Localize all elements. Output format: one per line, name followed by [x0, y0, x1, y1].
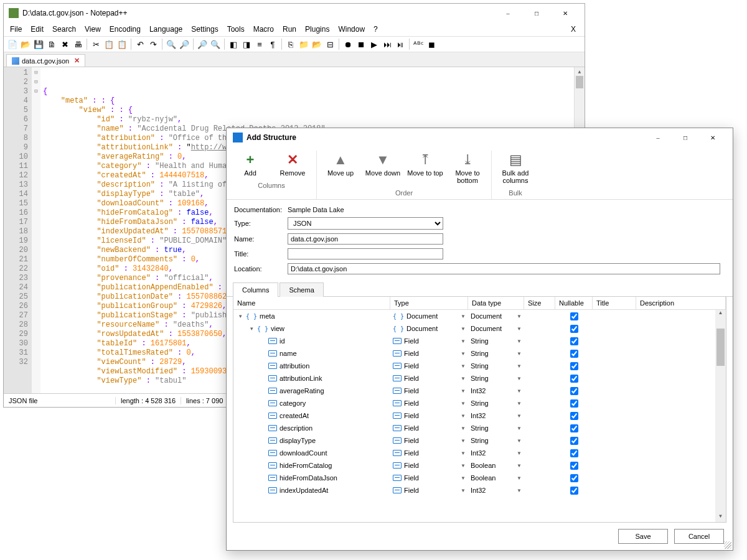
grid-row[interactable]: ▾{ }meta{ }Document▼Document▼	[233, 310, 726, 322]
toolbar-button[interactable]: ✖	[59, 38, 71, 50]
chevron-down-icon[interactable]: ▼	[461, 351, 466, 357]
grid-scrollbar[interactable]: ▲ ▼	[715, 310, 726, 522]
dialog-titlebar[interactable]: Add Structure – □ ✕	[227, 128, 733, 147]
chevron-down-icon[interactable]: ▼	[461, 314, 466, 319]
chevron-down-icon[interactable]: ▼	[517, 326, 522, 332]
resize-grip-icon[interactable]	[724, 541, 731, 549]
tab-close-icon[interactable]: ✕	[74, 57, 80, 65]
toolbar-button[interactable]: ⊟	[324, 38, 336, 50]
nullable-checkbox[interactable]	[570, 325, 578, 333]
toolbar-button[interactable]: ◨	[240, 38, 253, 50]
dialog-minimize-button[interactable]: –	[644, 128, 672, 147]
document-tab[interactable]: data.ct.gov.json ✕	[6, 54, 85, 67]
bulk-add-columns-button[interactable]: ▤Bulk add columns	[497, 151, 534, 185]
chevron-down-icon[interactable]: ▼	[517, 413, 522, 419]
toolbar-button[interactable]: ↷	[147, 38, 159, 50]
grid-row[interactable]: indexUpdatedAtField▼Int32▼	[233, 484, 726, 497]
move-down-button[interactable]: ▼Move down	[364, 151, 402, 185]
menu-plugins[interactable]: Plugins	[301, 24, 333, 35]
menu-language[interactable]: Language	[146, 24, 186, 35]
grid-row[interactable]: displayTypeField▼String▼	[233, 434, 726, 447]
move-up-button[interactable]: ▲Move up	[322, 151, 359, 185]
move-to-bottom-button[interactable]: ⤓Move to bottom	[449, 151, 486, 185]
chevron-down-icon[interactable]: ▼	[517, 388, 522, 394]
close-button[interactable]: ✕	[551, 4, 580, 22]
header-type[interactable]: Type	[390, 297, 468, 309]
chevron-down-icon[interactable]: ▼	[461, 388, 466, 394]
scroll-up-arrow-icon[interactable]: ▲	[575, 67, 585, 76]
chevron-down-icon[interactable]: ▼	[517, 351, 522, 357]
grid-row[interactable]: hideFromCatalogField▼Boolean▼	[233, 459, 726, 472]
add-button[interactable]: + Add	[232, 151, 269, 178]
chevron-down-icon[interactable]: ▼	[517, 426, 522, 431]
maximize-button[interactable]: □	[522, 4, 551, 22]
menu-macro[interactable]: Macro	[250, 24, 278, 35]
dialog-maximize-button[interactable]: □	[672, 128, 699, 147]
tab-schema[interactable]: Schema	[280, 282, 323, 297]
nullable-checkbox[interactable]	[570, 350, 578, 358]
toolbar-button[interactable]: ≡	[253, 38, 266, 50]
cancel-button[interactable]: Cancel	[674, 529, 724, 544]
nullable-checkbox[interactable]	[570, 412, 578, 420]
toolbar-button[interactable]: 🔎	[178, 38, 190, 50]
chevron-down-icon[interactable]: ▼	[461, 463, 466, 469]
menu-tools[interactable]: Tools	[223, 24, 248, 35]
toolbar-button[interactable]: ◧	[227, 38, 240, 50]
chevron-down-icon[interactable]: ▼	[517, 376, 522, 381]
chevron-down-icon[interactable]: ▼	[461, 363, 466, 369]
toolbar-button[interactable]: 🗎	[45, 38, 58, 50]
nullable-checkbox[interactable]	[570, 437, 578, 445]
chevron-down-icon[interactable]: ▼	[461, 450, 466, 456]
toolbar-button[interactable]: ↶	[134, 38, 146, 50]
menu-run[interactable]: Run	[279, 24, 300, 35]
nullable-checkbox[interactable]	[570, 337, 578, 345]
grid-row[interactable]: createdAtField▼Int32▼	[233, 409, 726, 422]
toolbar-button[interactable]: 📄	[6, 38, 19, 50]
scroll-up-arrow-icon[interactable]: ▲	[715, 310, 726, 319]
chevron-down-icon[interactable]: ▼	[461, 338, 466, 344]
remove-button[interactable]: ✕ Remove	[274, 151, 311, 178]
grid-row[interactable]: nameField▼String▼	[233, 347, 726, 360]
toolbar-button[interactable]: 🔍	[209, 38, 222, 50]
expand-icon[interactable]: ▾	[237, 313, 243, 319]
chevron-down-icon[interactable]: ▼	[461, 488, 466, 493]
toolbar-button[interactable]: ⏹	[355, 38, 367, 50]
nullable-checkbox[interactable]	[570, 462, 578, 470]
grid-row[interactable]: descriptionField▼String▼	[233, 422, 726, 434]
title-input[interactable]	[288, 248, 443, 259]
toolbar-button[interactable]: 📋	[103, 38, 115, 50]
menu-window[interactable]: Window	[334, 24, 369, 35]
menu-search[interactable]: Search	[49, 24, 80, 35]
nullable-checkbox[interactable]	[570, 474, 578, 482]
toolbar-button[interactable]: 📁	[298, 38, 310, 50]
toolbar-button[interactable]: ⎘	[284, 38, 297, 50]
toolbar-button[interactable]: 🖶	[72, 38, 84, 50]
header-title[interactable]: Title	[593, 297, 636, 309]
scroll-down-arrow-icon[interactable]: ▼	[715, 513, 726, 522]
chevron-down-icon[interactable]: ▼	[461, 413, 466, 419]
grid-row[interactable]: categoryField▼String▼	[233, 397, 726, 409]
chevron-down-icon[interactable]: ▼	[517, 475, 522, 481]
menu-view[interactable]: View	[81, 24, 105, 35]
grid-row[interactable]: ▾{ }view{ }Document▼Document▼	[233, 322, 726, 335]
minimize-button[interactable]: –	[494, 4, 522, 22]
header-nullable[interactable]: Nullable	[555, 297, 593, 309]
chevron-down-icon[interactable]: ▼	[517, 401, 522, 406]
grid-row[interactable]: downloadCountField▼Int32▼	[233, 447, 726, 459]
chevron-down-icon[interactable]: ▼	[461, 475, 466, 481]
chevron-down-icon[interactable]: ▼	[517, 438, 522, 444]
toolbar-button[interactable]: ᴬᴮᶜ	[412, 38, 425, 50]
grid-row[interactable]: averageRatingField▼Int32▼	[233, 385, 726, 397]
nullable-checkbox[interactable]	[570, 375, 578, 383]
grid-row[interactable]: hideFromDataJsonField▼Boolean▼	[233, 472, 726, 484]
chevron-down-icon[interactable]: ▼	[461, 376, 466, 381]
grid-row[interactable]: attributionLinkField▼String▼	[233, 372, 726, 385]
chevron-down-icon[interactable]: ▼	[517, 450, 522, 456]
scroll-thumb[interactable]	[716, 329, 725, 366]
header-datatype[interactable]: Data type	[468, 297, 524, 309]
toolbar-button[interactable]: 💾	[32, 38, 45, 50]
chevron-down-icon[interactable]: ▼	[517, 338, 522, 344]
tab-columns[interactable]: Columns	[233, 282, 278, 297]
menu-edit[interactable]: Edit	[27, 24, 47, 35]
grid-row[interactable]: attributionField▼String▼	[233, 360, 726, 372]
